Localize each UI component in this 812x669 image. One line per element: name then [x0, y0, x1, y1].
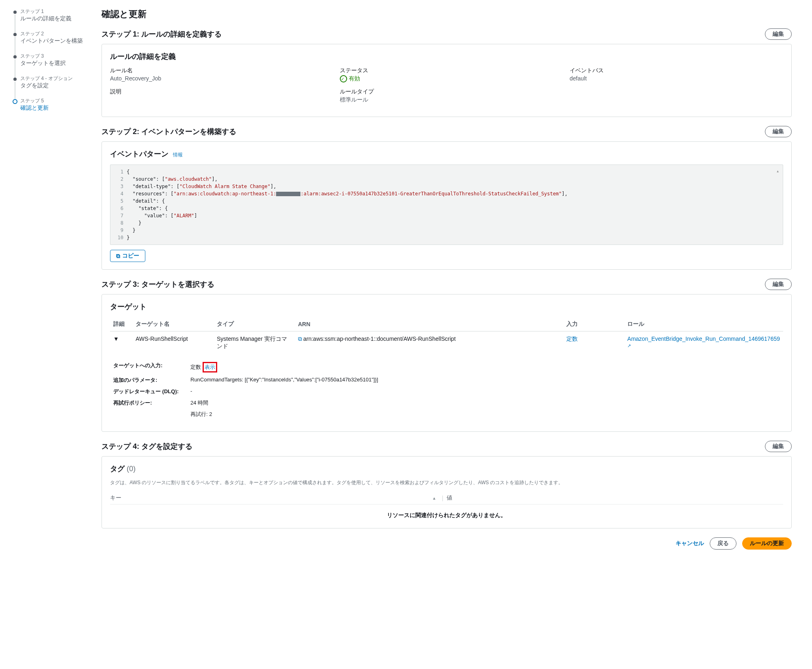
external-link-icon: ↗	[627, 343, 631, 348]
event-pattern-code: ▴{ "source": ["aws.cloudwatch"], "detail…	[110, 165, 783, 245]
tags-panel: タグ (0) タグは、AWS のリソースに割り当てるラベルです。各タグは、キーと…	[102, 456, 792, 528]
step-5[interactable]: ステップ 5 確認と更新	[12, 97, 85, 120]
back-button[interactable]: 戻る	[710, 537, 736, 550]
role-link[interactable]: Amazon_EventBridge_Invoke_Run_Command_14…	[627, 336, 780, 349]
show-input-link[interactable]: 表示	[205, 364, 215, 370]
page-title: 確認と更新	[102, 8, 792, 20]
step-3[interactable]: ステップ 3 ターゲットを選択	[12, 53, 85, 75]
copy-arn-icon[interactable]: ⧉	[298, 336, 302, 342]
submit-button[interactable]: ルールの更新	[742, 537, 792, 550]
copy-button[interactable]: ⧉コピー	[110, 250, 145, 262]
highlight-annotation: 表示	[203, 362, 217, 372]
rule-detail-panel: ルールの詳細を定義 ルール名 Auto_Recovery_Job ステータス 有…	[102, 44, 792, 117]
edit-step2-button[interactable]: 編集	[765, 126, 792, 137]
section3-title: ステップ 3: ターゲットを選択する	[102, 279, 214, 289]
target-row: ▼ AWS-RunShellScript Systems Manager 実行コ…	[110, 331, 783, 355]
section4-title: ステップ 4: タグを設定する	[102, 442, 192, 451]
tags-empty-message: リソースに関連付けられたタグがありません。	[110, 504, 783, 521]
status-badge: 有効	[340, 75, 553, 82]
edit-step4-button[interactable]: 編集	[765, 441, 792, 452]
rule-name-value: Auto_Recovery_Job	[110, 75, 324, 82]
expand-toggle-icon[interactable]: ▼	[113, 336, 119, 342]
eventbus-value: default	[570, 75, 783, 82]
ruletype-value: 標準ルール	[340, 96, 553, 104]
section1-title: ステップ 1: ルールの詳細を定義する	[102, 29, 222, 39]
target-detail-row: ターゲットへの入力: 定数 表示 追加のパラメータ: RunCommandTar…	[110, 354, 783, 424]
edit-step1-button[interactable]: 編集	[765, 28, 792, 40]
step-2[interactable]: ステップ 2 イベントパターンを構築	[12, 30, 85, 53]
cancel-button[interactable]: キャンセル	[676, 540, 704, 547]
targets-panel: ターゲット 詳細 ターゲット名 タイプ ARN 入力 ロール ▼ AWS-	[102, 294, 792, 432]
info-link[interactable]: 情報	[173, 152, 183, 158]
section2-title: ステップ 2: イベントパターンを構築する	[102, 127, 236, 136]
redacted-account-id	[276, 192, 300, 196]
event-pattern-panel: イベントパターン 情報 ▴{ "source": ["aws.cloudwatc…	[102, 141, 792, 270]
wizard-stepper: ステップ 1 ルールの詳細を定義 ステップ 2 イベントパターンを構築 ステップ…	[12, 8, 85, 550]
edit-step3-button[interactable]: 編集	[765, 279, 792, 290]
step-4[interactable]: ステップ 4 - オプション タグを設定	[12, 75, 85, 97]
step-1[interactable]: ステップ 1 ルールの詳細を定義	[12, 8, 85, 30]
sort-icon[interactable]: ▲	[432, 496, 436, 500]
input-link[interactable]: 定数	[566, 336, 578, 342]
targets-table: 詳細 ターゲット名 タイプ ARN 入力 ロール ▼ AWS-RunShellS…	[110, 317, 783, 424]
footer-actions: キャンセル 戻る ルールの更新	[102, 537, 792, 550]
copy-icon: ⧉	[116, 253, 120, 260]
tag-table-header: キー▲| 値	[110, 492, 783, 504]
